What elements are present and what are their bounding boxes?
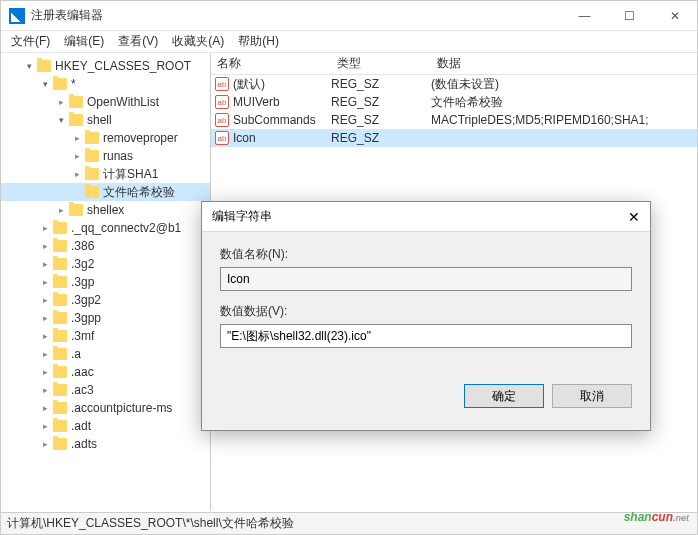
list-row[interactable]: (默认)REG_SZ(数值未设置) [211, 75, 697, 93]
tree-item[interactable]: shell [1, 111, 210, 129]
tree-item[interactable]: OpenWithList [1, 93, 210, 111]
folder-icon [85, 150, 99, 162]
tree-item-label: 计算SHA1 [103, 166, 158, 183]
dialog-body: 数值名称(N): 数值数据(V): [202, 232, 650, 374]
folder-icon [53, 348, 67, 360]
tree-item[interactable]: .3gp2 [1, 291, 210, 309]
dialog-title: 编辑字符串 [212, 208, 272, 225]
tree-item[interactable]: .3mf [1, 327, 210, 345]
minimize-button[interactable]: — [562, 1, 607, 31]
tree-item[interactable]: .3gpp [1, 309, 210, 327]
dialog-close-button[interactable]: ✕ [628, 209, 640, 225]
expander-icon[interactable] [39, 366, 51, 378]
tree-item-label: .ac3 [71, 383, 94, 397]
tree-item[interactable]: runas [1, 147, 210, 165]
dialog-titlebar: 编辑字符串 ✕ [202, 202, 650, 232]
menu-edit[interactable]: 编辑(E) [58, 31, 110, 52]
expander-icon[interactable] [39, 420, 51, 432]
list-header: 名称 类型 数据 [211, 53, 697, 75]
menu-view[interactable]: 查看(V) [112, 31, 164, 52]
expander-icon[interactable] [39, 258, 51, 270]
folder-icon [85, 132, 99, 144]
tree-item[interactable]: .accountpicture-ms [1, 399, 210, 417]
expander-icon[interactable] [39, 312, 51, 324]
menu-file[interactable]: 文件(F) [5, 31, 56, 52]
folder-icon [53, 384, 67, 396]
folder-icon [53, 366, 67, 378]
tree-item-label: .3g2 [71, 257, 94, 271]
expander-icon[interactable] [39, 240, 51, 252]
value-name: Icon [233, 131, 256, 145]
expander-icon[interactable] [71, 168, 83, 180]
expander-icon[interactable] [55, 114, 67, 126]
expander-icon[interactable] [39, 294, 51, 306]
expander-icon[interactable] [39, 348, 51, 360]
folder-icon [69, 96, 83, 108]
watermark: shancun.net [624, 503, 689, 526]
tree-item[interactable]: .3g2 [1, 255, 210, 273]
tree-item[interactable]: * [1, 75, 210, 93]
tree-item[interactable]: .adt [1, 417, 210, 435]
edit-string-dialog: 编辑字符串 ✕ 数值名称(N): 数值数据(V): 确定 取消 [201, 201, 651, 431]
tree-item[interactable]: .ac3 [1, 381, 210, 399]
tree-item-label: HKEY_CLASSES_ROOT [55, 59, 191, 73]
menu-help[interactable]: 帮助(H) [232, 31, 285, 52]
folder-icon [53, 438, 67, 450]
list-row[interactable]: SubCommandsREG_SZMACTripleDES;MD5;RIPEMD… [211, 111, 697, 129]
expander-icon[interactable] [39, 330, 51, 342]
column-data[interactable]: 数据 [431, 55, 697, 72]
string-value-icon [215, 95, 229, 109]
tree-item[interactable]: ._qq_connectv2@b1 [1, 219, 210, 237]
tree-item[interactable]: .3gp [1, 273, 210, 291]
cancel-button[interactable]: 取消 [552, 384, 632, 408]
tree-item-label: .adts [71, 437, 97, 451]
folder-icon [69, 114, 83, 126]
tree-item[interactable]: .aac [1, 363, 210, 381]
folder-icon [53, 222, 67, 234]
status-path: 计算机\HKEY_CLASSES_ROOT\*\shell\文件哈希校验 [7, 515, 294, 532]
tree-item-label: .3gp [71, 275, 94, 289]
tree-item[interactable]: .386 [1, 237, 210, 255]
window-controls: — ☐ ✕ [562, 1, 697, 31]
expander-icon[interactable] [23, 60, 35, 72]
expander-icon[interactable] [55, 204, 67, 216]
maximize-button[interactable]: ☐ [607, 1, 652, 31]
tree-item[interactable]: 文件哈希校验 [1, 183, 210, 201]
tree-item-label: runas [103, 149, 133, 163]
ok-button[interactable]: 确定 [464, 384, 544, 408]
value-data-input[interactable] [220, 324, 632, 348]
tree-item[interactable]: .a [1, 345, 210, 363]
tree-item[interactable]: 计算SHA1 [1, 165, 210, 183]
value-type: REG_SZ [331, 113, 431, 127]
tree-item[interactable]: .adts [1, 435, 210, 453]
folder-icon [53, 276, 67, 288]
list-row[interactable]: MUIVerbREG_SZ文件哈希校验 [211, 93, 697, 111]
close-button[interactable]: ✕ [652, 1, 697, 31]
expander-icon[interactable] [39, 438, 51, 450]
tree-item-label: .aac [71, 365, 94, 379]
tree-item[interactable]: HKEY_CLASSES_ROOT [1, 57, 210, 75]
tree-item[interactable]: removeproper [1, 129, 210, 147]
column-type[interactable]: 类型 [331, 55, 431, 72]
tree-item-label: .386 [71, 239, 94, 253]
tree-item-label: ._qq_connectv2@b1 [71, 221, 181, 235]
value-name: SubCommands [233, 113, 316, 127]
list-row[interactable]: IconREG_SZ [211, 129, 697, 147]
expander-icon[interactable] [39, 78, 51, 90]
folder-icon [85, 168, 99, 180]
column-name[interactable]: 名称 [211, 55, 331, 72]
tree-item[interactable]: shellex [1, 201, 210, 219]
expander-icon[interactable] [39, 384, 51, 396]
tree-item-label: .3mf [71, 329, 94, 343]
menu-favorites[interactable]: 收藏夹(A) [166, 31, 230, 52]
string-value-icon [215, 131, 229, 145]
expander-icon[interactable] [71, 132, 83, 144]
expander-icon[interactable] [55, 96, 67, 108]
titlebar: 注册表编辑器 — ☐ ✕ [1, 1, 697, 31]
folder-icon [69, 204, 83, 216]
expander-icon[interactable] [39, 402, 51, 414]
value-data-label: 数值数据(V): [220, 303, 632, 320]
expander-icon[interactable] [39, 222, 51, 234]
expander-icon[interactable] [39, 276, 51, 288]
expander-icon[interactable] [71, 150, 83, 162]
